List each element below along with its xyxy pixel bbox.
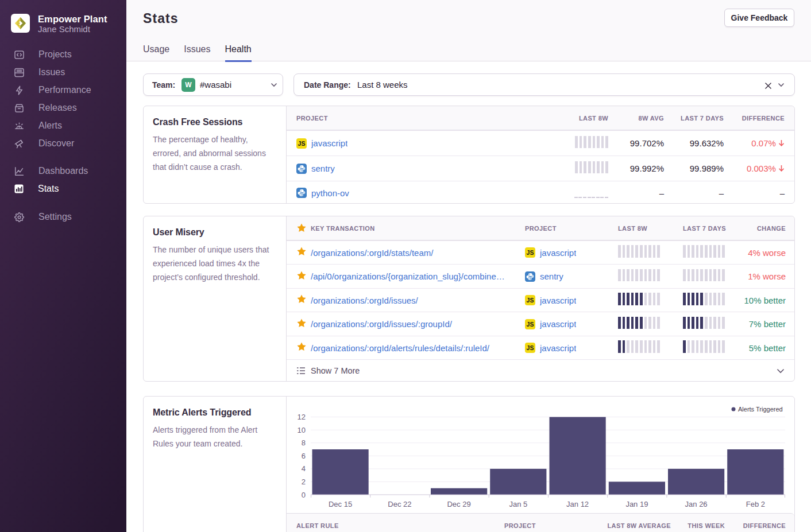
svg-text:Dec 22: Dec 22 (388, 500, 411, 508)
svg-text:Jan 19: Jan 19 (625, 500, 648, 508)
svg-text:6: 6 (302, 452, 306, 460)
svg-text:Alerts Triggered: Alerts Triggered (738, 406, 783, 413)
svg-text:Feb 2: Feb 2 (746, 500, 765, 508)
svg-text:0: 0 (302, 491, 306, 499)
svg-text:Jan 5: Jan 5 (509, 500, 527, 508)
svg-text:8: 8 (302, 438, 306, 447)
svg-text:Jan 12: Jan 12 (566, 500, 589, 508)
svg-text:Dec 15: Dec 15 (329, 500, 352, 508)
svg-text:4: 4 (302, 464, 306, 473)
svg-text:Dec 29: Dec 29 (447, 500, 470, 508)
svg-text:2: 2 (302, 477, 306, 486)
svg-text:12: 12 (298, 413, 306, 421)
svg-text:Jan 26: Jan 26 (685, 500, 708, 508)
svg-text:10: 10 (298, 426, 306, 434)
